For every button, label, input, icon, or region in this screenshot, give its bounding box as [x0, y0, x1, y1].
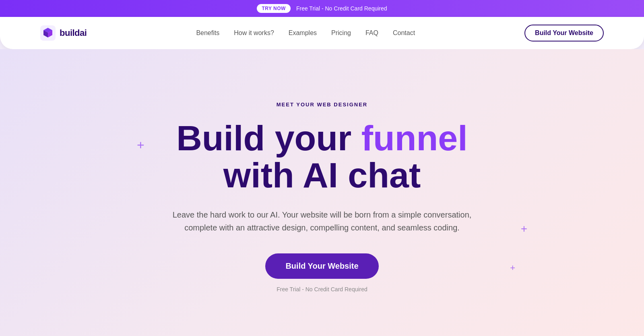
hero-title-part2: with AI chat: [223, 155, 421, 195]
banner-text: Free Trial - No Credit Card Required: [296, 5, 387, 12]
plus-decoration-right-lower: +: [510, 263, 515, 273]
navbar-wrapper: buildai Benefits How it works? Examples …: [0, 17, 644, 49]
hero-title: Build your funnel with AI chat: [176, 120, 468, 194]
hero-section: + + + MEET YOUR WEB DESIGNER Build your …: [0, 49, 644, 336]
hero-cta-button[interactable]: Build Your Website: [265, 253, 378, 279]
logo-text: buildai: [60, 28, 87, 38]
logo-icon: [40, 25, 56, 41]
nav-faq[interactable]: FAQ: [365, 29, 378, 36]
nav-contact[interactable]: Contact: [393, 29, 415, 36]
nav-links: Benefits How it works? Examples Pricing …: [196, 29, 415, 37]
nav-cta-button[interactable]: Build Your Website: [524, 25, 604, 41]
nav-benefits[interactable]: Benefits: [196, 29, 219, 36]
hero-title-part1: Build your: [176, 118, 361, 158]
plus-decoration-right-middle: +: [521, 222, 527, 235]
nav-how-it-works[interactable]: How it works?: [234, 29, 274, 36]
nav-pricing[interactable]: Pricing: [331, 29, 351, 36]
hero-title-highlight: funnel: [361, 118, 468, 158]
meet-label: MEET YOUR WEB DESIGNER: [277, 102, 368, 108]
plus-decoration-top-left: +: [137, 138, 144, 153]
navbar: buildai Benefits How it works? Examples …: [40, 17, 604, 49]
logo-link[interactable]: buildai: [40, 25, 87, 41]
top-banner: TRY NOW Free Trial - No Credit Card Requ…: [0, 0, 644, 17]
try-now-badge[interactable]: TRY NOW: [257, 4, 291, 13]
hero-free-text: Free Trial - No Credit Card Required: [277, 286, 367, 292]
nav-examples[interactable]: Examples: [289, 29, 317, 36]
hero-subtitle: Leave the hard work to our AI. Your webs…: [169, 208, 475, 234]
